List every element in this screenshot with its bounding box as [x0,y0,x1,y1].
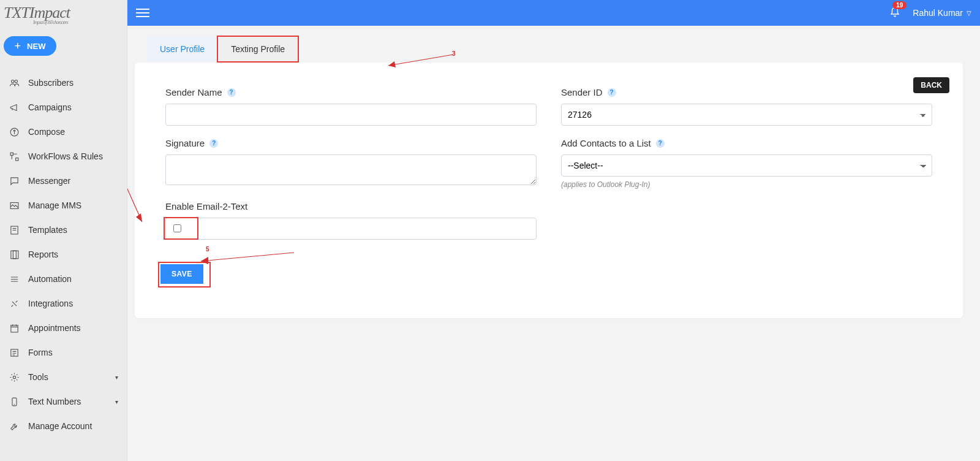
field-sender-name: Sender Name ? [165,87,537,126]
sidebar-item-campaigns[interactable]: Campaigns [0,95,127,120]
field-sender-id: Sender ID ? 27126 [561,87,932,126]
sidebar-item-forms[interactable]: Forms [0,340,127,365]
svg-rect-3 [10,153,13,155]
sidebar-item-label: Manage MMS [28,200,81,210]
logo: TXTImpact Impact of 160 characters [0,0,127,34]
help-icon[interactable]: ? [209,139,218,148]
sidebar-item-label: Templates [28,225,67,235]
sidebar-item-mms[interactable]: Manage MMS [0,193,127,218]
megaphone-icon [9,102,20,113]
sidebar-item-subscribers[interactable]: Subscribers [0,70,127,95]
add-contacts-select[interactable]: --Select-- [561,154,932,177]
sidebar-item-appointments[interactable]: Appointments [0,316,127,340]
brand-tagline: Impact of 160 characters [33,20,121,25]
sidebar-item-tools[interactable]: Tools▾ [0,365,127,389]
svg-point-0 [11,80,13,82]
back-button[interactable]: BACK [913,77,949,93]
tab-user-profile[interactable]: User Profile [147,37,217,61]
annotation-highlight-checkbox [164,217,198,240]
add-contacts-label: Add Contacts to a List [561,138,651,148]
gear-icon [9,371,20,383]
user-menu[interactable]: Rahul Kumar ▽ [913,8,971,18]
chevron-down-icon: ▾ [115,374,118,381]
sidebar-item-label: Integrations [28,299,73,308]
annotation-arrow-4: 4 [127,154,165,234]
sidebar-item-reports[interactable]: Reports [0,242,127,267]
sender-name-label: Sender Name [165,87,222,97]
sidebar-item-label: Compose [28,127,65,137]
brand-name: TXTImpact [4,4,70,21]
sidebar-item-integrations[interactable]: Integrations [0,291,127,316]
svg-point-1 [15,80,17,82]
sidebar-item-label: Tools [28,372,48,382]
sender-id-label: Sender ID [561,87,603,97]
notification-badge: 19 [892,1,907,9]
hamburger-icon[interactable] [136,9,149,17]
sender-id-select[interactable]: 27126 [561,104,932,126]
sidebar-item-label: Appointments [28,323,81,333]
field-signature: Signature ? [165,138,537,189]
sidebar-item-label: Text Numbers [28,397,81,406]
enable-e2t-checkbox[interactable] [173,224,181,232]
profile-card: BACK Sender Name ? Sender ID ? 27126 [135,63,963,318]
help-icon[interactable]: ? [608,88,616,97]
sidebar-item-automation[interactable]: Automation [0,267,127,291]
users-icon [9,77,20,88]
content: User Profile Texting Profile BACK Sender… [127,26,980,461]
sidebar-item-text-numbers[interactable]: Text Numbers▾ [0,389,127,414]
svg-rect-9 [10,325,17,332]
tabs: User Profile Texting Profile [147,36,963,63]
field-enable-e2t: Enable Email-2-Text [165,201,537,240]
sidebar-item-label: Manage Account [28,421,92,431]
report-icon [9,249,20,260]
sidebar-item-label: Messenger [28,176,70,186]
sidebar-item-manage-account[interactable]: Manage Account [0,414,127,438]
save-button[interactable]: SAVE [160,264,203,284]
phone-icon [9,396,20,407]
sidebar-item-label: Campaigns [28,102,72,112]
svg-rect-7 [10,251,15,259]
svg-marker-17 [136,213,142,222]
enable-e2t-label: Enable Email-2-Text [165,201,247,211]
add-contacts-hint: (applies to Outlook Plug-In) [561,180,932,189]
new-button-label: NEW [27,42,45,51]
automation-icon [9,273,20,284]
topbar: 19 Rahul Kumar ▽ [127,0,980,26]
template-icon [9,224,20,235]
svg-line-16 [127,158,142,222]
field-add-contacts: Add Contacts to a List ? --Select-- (app… [561,138,932,189]
chat-icon [9,175,20,186]
help-icon[interactable]: ? [227,88,236,97]
sidebar-item-workflows[interactable]: WorkFlows & Rules [0,144,127,169]
wrench-icon [9,421,20,432]
sidebar-item-compose[interactable]: Compose [0,120,127,144]
new-button[interactable]: + NEW [4,36,56,56]
svg-rect-8 [13,251,18,259]
sender-name-input[interactable] [165,104,537,126]
sidebar-item-label: Automation [28,274,72,284]
annotation-highlight-save: SAVE [158,262,211,288]
signature-label: Signature [165,138,205,148]
svg-point-11 [13,376,15,378]
notifications-button[interactable]: 19 [889,7,900,20]
sidebar-item-label: WorkFlows & Rules [28,151,103,161]
sidebar-item-label: Forms [28,348,53,357]
sidebar-item-templates[interactable]: Templates [0,218,127,242]
tab-texting-profile[interactable]: Texting Profile [218,37,298,61]
annotation-highlight-tab: Texting Profile [217,36,299,63]
sidebar-item-messenger[interactable]: Messenger [0,169,127,193]
calendar-icon [9,322,20,333]
image-icon [9,200,20,211]
help-icon[interactable]: ? [656,139,665,148]
signature-input[interactable] [165,154,537,185]
sidebar-item-label: Reports [28,250,58,259]
chevron-down-icon: ▽ [967,10,971,17]
chevron-down-icon: ▾ [115,398,118,405]
svg-rect-4 [15,158,18,160]
svg-marker-14 [388,61,396,67]
plug-icon [9,298,20,309]
plus-icon: + [15,40,21,51]
sidebar-item-label: Subscribers [28,78,74,88]
sidebar: TXTImpact Impact of 160 characters + NEW… [0,0,127,461]
flow-icon [9,151,20,162]
